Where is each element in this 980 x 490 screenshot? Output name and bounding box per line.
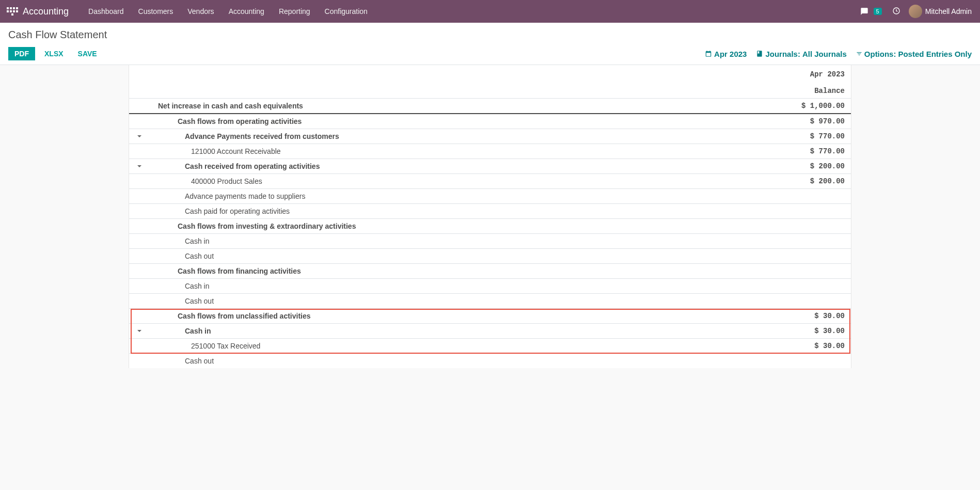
row-value: $ 30.00 bbox=[768, 309, 851, 324]
journals-filter[interactable]: Journals: All Journals bbox=[756, 50, 846, 58]
row-label[interactable]: Cash flows from operating activities bbox=[150, 114, 768, 129]
table-row: Cash out bbox=[129, 294, 851, 309]
row-label[interactable]: Cash received from operating activities bbox=[150, 159, 768, 174]
row-value bbox=[768, 189, 851, 204]
row-label[interactable]: 121000 Account Receivable bbox=[150, 144, 768, 159]
row-value bbox=[768, 264, 851, 279]
row-label[interactable]: Cash out bbox=[150, 294, 768, 309]
table-row: Cash flows from operating activities$ 97… bbox=[129, 114, 851, 129]
row-label[interactable]: Advance payments made to suppliers bbox=[150, 189, 768, 204]
row-value bbox=[768, 234, 851, 249]
table-row: Cash flows from investing & extraordinar… bbox=[129, 219, 851, 234]
control-panel: Cash Flow Statement PDF XLSX SAVE Apr 20… bbox=[0, 23, 980, 65]
row-value: $ 1,000.00 bbox=[768, 99, 851, 114]
table-row: Advance Payments received from customers… bbox=[129, 129, 851, 144]
row-label[interactable]: 400000 Product Sales bbox=[150, 174, 768, 189]
nav-item-configuration[interactable]: Configuration bbox=[318, 0, 375, 23]
cash-flow-table: Apr 2023 Balance Net increase in cash an… bbox=[129, 65, 851, 368]
table-row: Cash out bbox=[129, 354, 851, 369]
page-title: Cash Flow Statement bbox=[8, 29, 972, 41]
caret-down-icon[interactable] bbox=[137, 327, 142, 335]
col-period: Apr 2023 bbox=[768, 65, 851, 82]
avatar[interactable] bbox=[909, 5, 922, 18]
table-row: Net increase in cash and cash equivalent… bbox=[129, 99, 851, 114]
date-filter-label: Apr 2023 bbox=[714, 50, 747, 58]
table-row: 251000 Tax Received$ 30.00 bbox=[129, 339, 851, 354]
username[interactable]: Mitchell Admin bbox=[925, 7, 972, 15]
table-row: Cash in$ 30.00 bbox=[129, 324, 851, 339]
row-value bbox=[768, 294, 851, 309]
activity-icon[interactable] bbox=[888, 7, 905, 17]
row-label[interactable]: Advance Payments received from customers bbox=[150, 129, 768, 144]
table-row: 121000 Account Receivable$ 770.00 bbox=[129, 144, 851, 159]
brand[interactable]: Accounting bbox=[23, 6, 69, 17]
row-label[interactable]: 251000 Tax Received bbox=[150, 339, 768, 354]
save-button[interactable]: SAVE bbox=[73, 47, 102, 60]
calendar-icon bbox=[705, 50, 712, 57]
row-value: $ 200.00 bbox=[768, 159, 851, 174]
book-icon bbox=[756, 50, 763, 57]
row-label[interactable]: Cash flows from financing activities bbox=[150, 264, 768, 279]
row-value: $ 970.00 bbox=[768, 114, 851, 129]
table-row: Cash in bbox=[129, 234, 851, 249]
nav-item-accounting[interactable]: Accounting bbox=[222, 0, 272, 23]
top-nav: Accounting DashboardCustomersVendorsAcco… bbox=[0, 0, 980, 23]
row-value bbox=[768, 219, 851, 234]
row-value bbox=[768, 279, 851, 294]
row-value bbox=[768, 249, 851, 264]
messages-count: 5 bbox=[874, 8, 882, 15]
nav-item-customers[interactable]: Customers bbox=[131, 0, 181, 23]
row-label[interactable]: Cash in bbox=[150, 279, 768, 294]
row-value: $ 770.00 bbox=[768, 129, 851, 144]
row-label[interactable]: Cash in bbox=[150, 324, 768, 339]
messages-icon[interactable]: 5 bbox=[856, 7, 882, 15]
journals-filter-value: All Journals bbox=[802, 50, 847, 58]
nav-item-dashboard[interactable]: Dashboard bbox=[81, 0, 131, 23]
table-row: Cash paid for operating activities bbox=[129, 204, 851, 219]
table-row: Cash out bbox=[129, 249, 851, 264]
row-label[interactable]: Cash out bbox=[150, 354, 768, 369]
table-row: Cash in bbox=[129, 279, 851, 294]
row-label[interactable]: Cash paid for operating activities bbox=[150, 204, 768, 219]
filter-icon bbox=[856, 51, 862, 57]
table-row: Cash received from operating activities$… bbox=[129, 159, 851, 174]
table-row: Cash flows from unclassified activities$… bbox=[129, 309, 851, 324]
row-label[interactable]: Cash flows from investing & extraordinar… bbox=[150, 219, 768, 234]
row-label[interactable]: Cash in bbox=[150, 234, 768, 249]
row-value: $ 30.00 bbox=[768, 339, 851, 354]
col-balance: Balance bbox=[768, 82, 851, 99]
nav-item-vendors[interactable]: Vendors bbox=[180, 0, 221, 23]
options-filter-label: Options: bbox=[864, 50, 896, 58]
row-value: $ 200.00 bbox=[768, 174, 851, 189]
apps-icon[interactable] bbox=[6, 5, 19, 18]
date-filter[interactable]: Apr 2023 bbox=[705, 50, 747, 58]
table-row: Cash flows from financing activities bbox=[129, 264, 851, 279]
row-label[interactable]: Net increase in cash and cash equivalent… bbox=[150, 99, 768, 114]
options-filter[interactable]: Options: Posted Entries Only bbox=[856, 50, 972, 58]
nav-item-reporting[interactable]: Reporting bbox=[272, 0, 318, 23]
row-value: $ 770.00 bbox=[768, 144, 851, 159]
options-filter-value: Posted Entries Only bbox=[898, 50, 972, 58]
journals-filter-label: Journals: bbox=[765, 50, 800, 58]
pdf-button[interactable]: PDF bbox=[8, 47, 35, 60]
row-label[interactable]: Cash out bbox=[150, 249, 768, 264]
row-label[interactable]: Cash flows from unclassified activities bbox=[150, 309, 768, 324]
row-value bbox=[768, 354, 851, 369]
row-value: $ 30.00 bbox=[768, 324, 851, 339]
caret-down-icon[interactable] bbox=[137, 162, 142, 170]
row-value bbox=[768, 204, 851, 219]
table-row: Advance payments made to suppliers bbox=[129, 189, 851, 204]
xlsx-button[interactable]: XLSX bbox=[39, 47, 69, 60]
caret-down-icon[interactable] bbox=[137, 132, 142, 140]
table-row: 400000 Product Sales$ 200.00 bbox=[129, 174, 851, 189]
